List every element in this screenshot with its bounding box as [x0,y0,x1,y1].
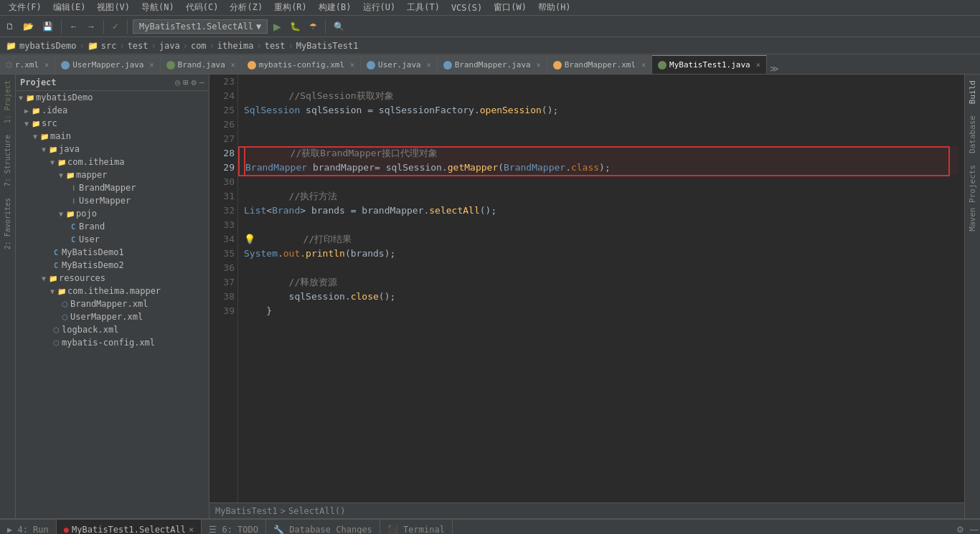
structure-panel-tab[interactable]: 7: Structure [1,132,14,189]
menu-window[interactable]: 窗口(W) [488,1,532,14]
menu-file[interactable]: 文件(F) [3,1,47,14]
tree-brand-class[interactable]: C Brand [16,220,209,233]
right-tab-build[interactable]: Build [966,75,979,110]
tree-java[interactable]: ▼ 📁 java [16,143,209,156]
tree-com-itheima-mapper[interactable]: ▼ 📁 com.itheima.mapper [16,285,209,297]
menu-run[interactable]: 运行(U) [357,1,402,14]
tree-logback-xml[interactable]: ⬡ logback.xml [16,323,209,336]
tab-user[interactable]: User.java × [361,55,438,74]
right-tab-maven[interactable]: Maven Projects [966,159,979,237]
breadcrumb-mybatisdemo-label[interactable]: mybatisDemo [19,41,76,51]
breadcrumb-test[interactable]: test [128,41,149,51]
tree-mybatisdemo2[interactable]: C MyBatisDemo2 [16,259,209,272]
breadcrumb-src-label[interactable]: src [101,41,117,51]
arrow-com-itheima-mapper: ▼ [50,287,55,295]
tab-close-mybatistest1[interactable]: × [756,61,760,69]
tab-icon-brand [166,61,175,70]
toolbar-open[interactable]: 📂 [20,20,37,33]
bottom-tab-mybatis[interactable]: ● MyBatisTest1.SelectAll × [57,520,202,535]
tab-brand[interactable]: Brand.java × [161,55,242,74]
bottom-settings-btn[interactable]: ⚙ [955,523,966,535]
tree-idea[interactable]: ▶ 📁 .idea [16,104,209,117]
java-class-icon-mybatisdemo1: C [50,247,62,258]
code-area[interactable]: 23 24 25 26 27 28 29 30 31 32 33 34 35 3… [209,75,964,502]
line-num-25: 25 [212,103,235,118]
toolbar-check[interactable]: ✓ [109,20,122,33]
toolbar-debug-btn[interactable]: 🐛 [287,20,303,33]
tab-close-brandmapper-xml[interactable]: × [641,61,646,69]
tree-pojo[interactable]: ▼ 📁 pojo [16,207,209,220]
toolbar-new[interactable]: 🗋 [3,20,17,33]
menu-code[interactable]: 代码(C) [180,1,225,14]
tree-usermapper-xml[interactable]: ⬡ UserMapper.xml [16,310,209,323]
code-content[interactable]: //SqlSession获取对象 SqlSession sqlSession =… [238,75,964,502]
tree-brandmapper-class[interactable]: Ⅰ BrandMapper [16,181,209,194]
tree-com-itheima[interactable]: ▼ 📁 com.itheima [16,156,209,168]
tab-close-rxml[interactable]: × [44,61,49,69]
bottom-tab-terminal[interactable]: ⬛ Terminal [380,520,453,535]
breadcrumb-mybatistest1[interactable]: MyBatisTest1 [296,41,359,51]
line-numbers: 23 24 25 26 27 28 29 30 31 32 33 34 35 3… [209,75,238,502]
tab-close-brand[interactable]: × [231,61,235,69]
breadcrumb-mybatisdemo[interactable]: 📁 [6,41,17,51]
menu-tools[interactable]: 工具(T) [401,1,446,14]
tab-brandmapper-xml[interactable]: BrandMapper.xml × [547,55,652,74]
tab-brandmapper-java[interactable]: BrandMapper.java × [438,55,547,74]
tree-mybatisdemo1[interactable]: C MyBatisDemo1 [16,246,209,259]
tab-close-usermapper[interactable]: × [150,61,154,69]
run-config[interactable]: MyBatisTest1.SelectAll ▼ [133,19,268,34]
mybatis-tab-close[interactable]: × [189,525,194,535]
menu-build[interactable]: 构建(B) [313,1,357,14]
breadcrumb-com[interactable]: com [191,41,207,51]
toolbar-run-btn[interactable]: ▶ [270,19,284,34]
tab-overflow[interactable]: ≫ [770,64,779,74]
tab-close-mybatisconfig[interactable]: × [350,61,354,69]
bottom-tab-dbchanges[interactable]: 🔧 Database Changes [266,520,380,535]
favorites-panel-tab[interactable]: 2: Favorites [1,195,14,252]
bottom-tab-todo[interactable]: ☰ 6: TODO [202,520,266,535]
menu-navigate[interactable]: 导航(N) [136,1,180,14]
tab-usermapper[interactable]: UserMapper.java × [55,55,160,74]
menu-refactor[interactable]: 重构(R) [268,1,313,14]
bottom-close-btn[interactable]: — [969,523,980,535]
menu-vcs[interactable]: VCS(S) [446,3,488,13]
bottom-tab-run[interactable]: ▶ 4: Run [0,520,57,535]
menu-edit[interactable]: 编辑(E) [47,1,92,14]
sidebar-settings-icon[interactable]: ⚙ [192,77,197,87]
tree-usermapper-class[interactable]: Ⅰ UserMapper [16,194,209,207]
right-tab-database[interactable]: Database [966,110,979,159]
tree-main[interactable]: ▼ 📁 main [16,130,209,143]
breadcrumb-src[interactable]: 📁 [88,41,98,51]
todo-tab-label: ☰ 6: TODO [209,525,258,535]
menu-analyze[interactable]: 分析(Z) [224,1,268,14]
tree-mapper[interactable]: ▼ 📁 mapper [16,168,209,181]
tree-src[interactable]: ▼ 📁 src [16,117,209,130]
toolbar-save[interactable]: 💾 [39,20,56,33]
tab-close-user[interactable]: × [427,61,431,69]
bulb-icon-34[interactable]: 💡 [244,232,255,247]
sidebar-locate-icon[interactable]: ◎ [175,77,180,87]
breadcrumb-java[interactable]: java [159,41,180,51]
tree-resources[interactable]: ▼ 📁 resources [16,272,209,285]
tree-user-class[interactable]: C User [16,233,209,246]
toolbar-forward[interactable]: → [84,20,98,33]
breadcrumb-test2[interactable]: test [265,41,286,51]
toolbar-search[interactable]: 🔍 [331,20,347,33]
tree-brandmapper-xml[interactable]: ⬡ BrandMapper.xml [16,297,209,310]
project-panel-tab[interactable]: 1: Project [1,77,14,126]
toolbar-back[interactable]: ← [67,20,81,33]
tree-mybatisdemo[interactable]: ▼ 📁 mybatisDemo [16,91,209,104]
tab-mybatistest1[interactable]: MyBatisTest1.java × [652,55,767,74]
sidebar-expand-icon[interactable]: ⊞ [183,77,188,87]
sidebar-close-icon[interactable]: — [199,77,204,87]
breadcrumb-itheima[interactable]: itheima [217,41,254,51]
tab-mybatis-config[interactable]: mybatis-config.xml × [242,55,361,74]
run-config-dropdown[interactable]: ▼ [256,22,261,32]
tree-mybatis-config-xml[interactable]: ⬡ mybatis-config.xml [16,336,209,349]
toolbar-coverage-btn[interactable]: ☂ [306,20,320,33]
tab-r-xml[interactable]: ⬡ r.xml × [0,55,55,74]
tab-close-brandmapper-java[interactable]: × [537,61,541,69]
tab-icon-mybatisconfig [248,61,256,70]
menu-view[interactable]: 视图(V) [91,1,136,14]
menu-help[interactable]: 帮助(H) [532,1,577,14]
